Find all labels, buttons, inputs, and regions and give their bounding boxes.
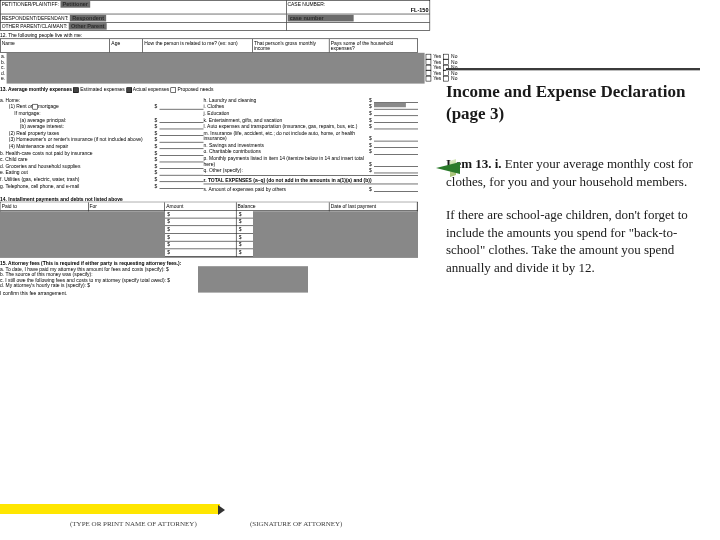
section12-table: Name Age How the person is related to me… bbox=[0, 39, 418, 53]
section14-title: 14. Installment payments and debts not l… bbox=[0, 196, 123, 202]
instruction-p1: Item 13. i. Enter your average monthly c… bbox=[446, 155, 700, 190]
instruction-panel: Income and Expense Declaration (page 3) … bbox=[436, 0, 720, 540]
instruction-p2: If there are school-age children, don't … bbox=[446, 206, 700, 276]
respondent-value: Respondent bbox=[70, 15, 106, 22]
form-header: PETITIONER/PLAINTIFF: Petitioner CASE NU… bbox=[0, 0, 430, 31]
footer-left: (TYPE OR PRINT NAME OF ATTORNEY) bbox=[70, 520, 197, 528]
highlight-bar bbox=[0, 504, 220, 514]
other-value: Other Parent bbox=[69, 23, 107, 30]
graybox bbox=[6, 53, 424, 84]
petitioner-value: Petitioner bbox=[60, 1, 90, 8]
footer-right: (SIGNATURE OF ATTORNEY) bbox=[250, 520, 342, 528]
instruction-title: Income and Expense Declaration (page 3) bbox=[446, 81, 700, 125]
arrow-icon bbox=[436, 162, 460, 174]
case-label: CASE NUMBER: bbox=[287, 2, 325, 8]
form-code: FL-150 bbox=[287, 7, 428, 13]
case-value: case number bbox=[287, 15, 353, 22]
play-icon bbox=[218, 505, 225, 515]
section13-title: 13. Average monthly expenses bbox=[0, 87, 72, 93]
respondent-label: RESPONDENT/DEFENDANT: bbox=[2, 15, 69, 21]
other-label: OTHER PARENT/CLAIMANT: bbox=[2, 24, 68, 30]
petitioner-label: PETITIONER/PLAINTIFF: bbox=[2, 2, 59, 8]
form-image: PETITIONER/PLAINTIFF: Petitioner CASE NU… bbox=[0, 0, 430, 540]
